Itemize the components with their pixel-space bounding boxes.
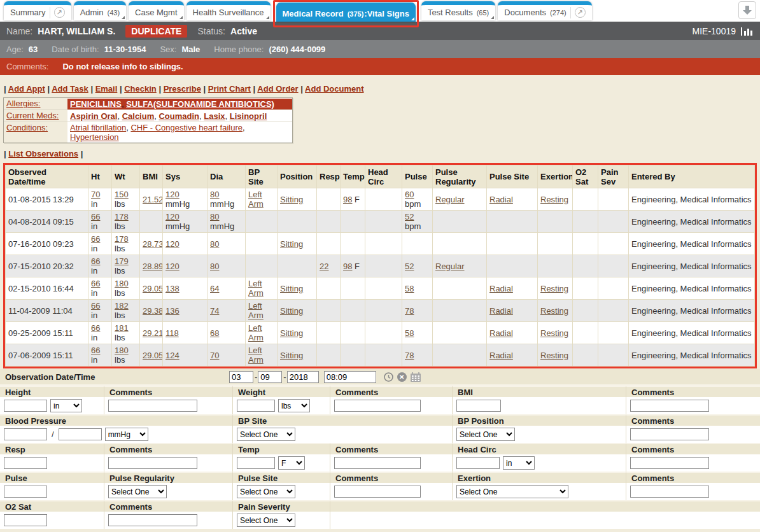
clock-icon[interactable] (384, 372, 393, 382)
observation-value-link[interactable]: 80 (210, 262, 219, 271)
observation-value-link[interactable]: 181 (115, 323, 129, 333)
temp-input[interactable] (237, 457, 275, 469)
action-link-email[interactable]: Email (95, 84, 118, 94)
bp-diastolic-input[interactable] (59, 428, 102, 440)
allergies-link[interactable]: Allergies: (6, 99, 40, 108)
current-meds-link[interactable]: Current Meds: (6, 111, 59, 120)
observation-value-link[interactable]: Sitting (280, 195, 303, 204)
medication-link[interactable]: Lasix (204, 111, 225, 121)
observation-value-link[interactable]: 179 (115, 256, 129, 266)
allergy-link[interactable]: PENICILLINS (70, 99, 122, 109)
action-link-checkin[interactable]: Checkin (124, 84, 157, 94)
observation-value-link[interactable]: Left Arm (248, 323, 264, 342)
observation-value-link[interactable]: Sitting (280, 239, 303, 249)
observation-value-link[interactable]: 58 (405, 328, 414, 338)
observation-value-link[interactable]: 180 (115, 346, 129, 355)
calendar-icon[interactable] (411, 372, 421, 382)
head-circ-comments-input[interactable] (630, 457, 709, 469)
observation-value-link[interactable]: 98 (343, 262, 352, 271)
observation-value-link[interactable]: 29.38 (143, 306, 163, 316)
observation-value-link[interactable]: Sitting (280, 351, 303, 360)
observation-value-link[interactable]: 70 (91, 190, 100, 199)
observation-value-link[interactable]: 29.05 (143, 284, 163, 293)
time-input[interactable] (324, 371, 376, 383)
observation-value-link[interactable]: 68 (210, 328, 219, 338)
action-link-print-chart[interactable]: Print Chart (208, 84, 251, 94)
weight-input[interactable] (237, 400, 275, 412)
observation-value-link[interactable]: 180 (115, 279, 129, 288)
observation-value-link[interactable]: 66 (91, 346, 100, 355)
observation-value-link[interactable]: Left Arm (248, 279, 264, 298)
observation-value-link[interactable]: Resting (540, 284, 568, 293)
observation-value-link[interactable]: 66 (91, 279, 100, 288)
observation-value-link[interactable]: 78 (405, 306, 414, 316)
bar-chart-icon[interactable] (741, 26, 754, 36)
observation-value-link[interactable]: Left Arm (248, 190, 264, 209)
observation-value-link[interactable]: Sitting (280, 328, 303, 338)
observation-value-link[interactable]: 21.52 (143, 195, 163, 204)
year-input[interactable] (287, 371, 319, 383)
observation-value-link[interactable]: 70 (210, 351, 219, 360)
observation-value-link[interactable]: 80 (210, 239, 219, 249)
observation-value-link[interactable]: 28.89 (143, 262, 163, 271)
observation-value-link[interactable]: 80 (210, 212, 219, 221)
weight-unit-select[interactable]: lbs (278, 399, 310, 412)
observation-value-link[interactable]: 52 (405, 212, 414, 221)
action-link-prescribe[interactable]: Prescribe (164, 84, 201, 94)
observation-value-link[interactable]: 124 (165, 351, 179, 360)
observation-value-link[interactable]: Sitting (280, 306, 303, 316)
observation-value-link[interactable]: Resting (540, 351, 568, 360)
condition-link[interactable]: Atrial fibrillation (70, 123, 126, 132)
observation-value-link[interactable]: 66 (91, 212, 100, 221)
resp-comments-input[interactable] (108, 457, 197, 469)
observation-value-link[interactable]: 66 (91, 234, 100, 244)
observation-value-link[interactable]: 120 (165, 212, 179, 221)
condition-link[interactable]: CHF - Congestive heart failure (130, 123, 243, 132)
month-input[interactable] (229, 371, 253, 383)
bp-systolic-input[interactable] (4, 428, 47, 440)
height-unit-select[interactable]: in (50, 399, 82, 412)
observation-value-link[interactable]: 74 (210, 306, 219, 316)
conditions-link[interactable]: Conditions: (6, 123, 48, 132)
observation-value-link[interactable]: 66 (91, 301, 100, 311)
observation-value-link[interactable]: 78 (405, 351, 414, 360)
observation-value-link[interactable]: 118 (165, 328, 179, 338)
bp-site-select[interactable]: Select One (237, 428, 295, 441)
observation-value-link[interactable]: 80 (210, 190, 219, 199)
head-circ-input[interactable] (456, 457, 500, 469)
action-link-add-appt[interactable]: Add Appt (8, 84, 45, 94)
clear-icon[interactable]: ✕ (397, 372, 407, 382)
list-observations-link[interactable]: List Observations (8, 149, 78, 158)
download-button[interactable] (738, 1, 756, 19)
o2-sat-input[interactable] (4, 514, 47, 526)
height-input[interactable] (4, 400, 47, 412)
observation-value-link[interactable]: 29.05 (143, 351, 163, 360)
popout-icon[interactable]: ↗ (54, 7, 65, 18)
observation-value-link[interactable]: Resting (540, 306, 568, 316)
bmi-comments-input[interactable] (630, 400, 709, 412)
observation-value-link[interactable]: Regular (435, 195, 465, 204)
bp-position-select[interactable]: Select One (456, 428, 515, 441)
o2-sat-comments-input[interactable] (108, 514, 197, 526)
bp-comments-input[interactable] (630, 428, 709, 440)
medication-link[interactable]: Coumadin (158, 111, 199, 121)
observation-value-link[interactable]: Resting (540, 328, 568, 338)
observation-value-link[interactable]: 178 (115, 212, 129, 221)
action-link-add-order[interactable]: Add Order (257, 84, 298, 94)
medication-link[interactable]: Lisinopril (230, 111, 267, 121)
bp-unit-select[interactable]: mmHg (105, 428, 148, 441)
pulse-input[interactable] (4, 486, 47, 498)
tab-medical-record[interactable]: Medical Record (375):Vital Signs (276, 3, 416, 22)
observation-value-link[interactable]: 120 (165, 190, 179, 199)
observation-value-link[interactable]: 60 (405, 190, 414, 199)
exertion-comments-input[interactable] (630, 486, 709, 498)
observation-value-link[interactable]: 120 (165, 239, 179, 249)
allergy-link[interactable]: SULFA(SULFONAMIDE ANTIBIOTICS) (126, 99, 274, 109)
action-link-add-document[interactable]: Add Document (305, 84, 363, 94)
observation-value-link[interactable]: 29.21 (143, 328, 163, 338)
temp-comments-input[interactable] (334, 457, 421, 469)
pulse-site-select[interactable]: Select One (237, 485, 295, 498)
temp-unit-select[interactable]: F (278, 456, 305, 470)
observation-value-link[interactable]: Sitting (280, 284, 303, 293)
observation-value-link[interactable]: Left Arm (248, 301, 264, 320)
